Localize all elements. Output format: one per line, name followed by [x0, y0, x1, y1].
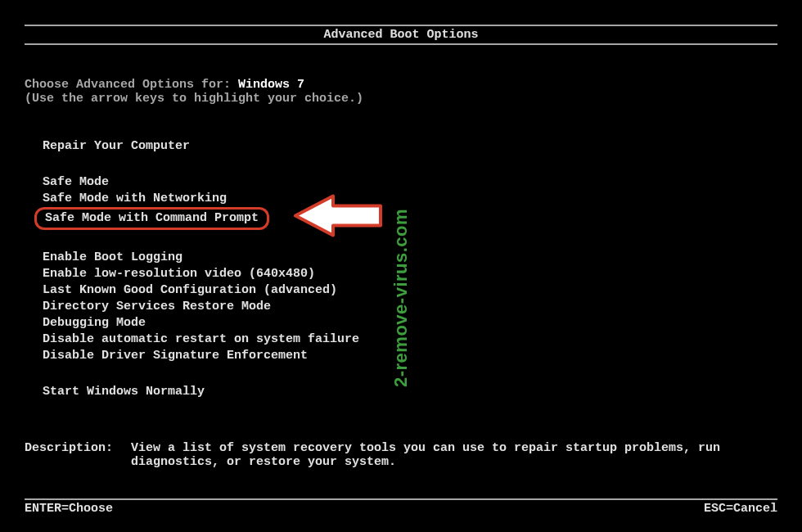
option-last-known-good[interactable]: Last Known Good Configuration (advanced) [43, 282, 337, 299]
boot-options: Repair Your Computer Safe Mode Safe Mode… [25, 138, 777, 400]
option-boot-logging[interactable]: Enable Boot Logging [43, 250, 182, 266]
option-disable-auto-restart[interactable]: Disable automatic restart on system fail… [43, 331, 359, 348]
title-bar: Advanced Boot Options [25, 25, 777, 45]
footer-enter: ENTER=Choose [25, 502, 113, 516]
footer: ENTER=Choose ESC=Cancel [25, 498, 777, 516]
option-group: Safe Mode Safe Mode with Networking Safe… [43, 174, 777, 230]
option-group: Enable Boot Logging Enable low-resolutio… [43, 250, 777, 364]
description: Description: View a list of system recov… [25, 441, 777, 469]
option-ds-restore-mode[interactable]: Directory Services Restore Mode [43, 299, 271, 315]
footer-esc: ESC=Cancel [704, 502, 777, 516]
page-title: Advanced Boot Options [323, 28, 478, 42]
option-safe-mode-networking[interactable]: Safe Mode with Networking [43, 191, 227, 207]
option-repair[interactable]: Repair Your Computer [43, 138, 190, 155]
header: Choose Advanced Options for: Windows 7 (… [25, 78, 777, 106]
option-low-res-video[interactable]: Enable low-resolution video (640x480) [43, 266, 315, 282]
option-group: Repair Your Computer [43, 138, 777, 155]
option-start-normally[interactable]: Start Windows Normally [43, 384, 205, 400]
header-hint: (Use the arrow keys to highlight your ch… [25, 92, 777, 106]
header-os: Windows 7 [238, 78, 304, 92]
option-group: Start Windows Normally [43, 384, 777, 400]
header-prefix: Choose Advanced Options for: [25, 78, 238, 92]
option-safe-mode-command-prompt[interactable]: Safe Mode with Command Prompt [34, 207, 269, 230]
option-disable-driver-sig[interactable]: Disable Driver Signature Enforcement [43, 348, 308, 364]
option-debugging-mode[interactable]: Debugging Mode [43, 315, 146, 331]
arrow-icon [294, 193, 384, 245]
option-safe-mode[interactable]: Safe Mode [43, 174, 109, 191]
description-label: Description: [25, 441, 131, 469]
description-text: View a list of system recovery tools you… [131, 441, 777, 469]
